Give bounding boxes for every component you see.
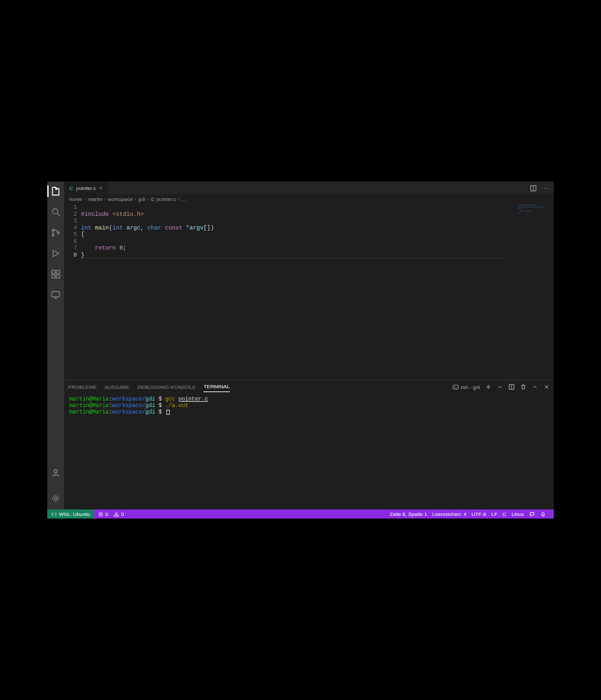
remote-icon (51, 511, 57, 517)
breadcrumb-segment[interactable]: home (69, 196, 82, 202)
breadcrumb-segment[interactable]: workspace (108, 196, 133, 202)
search-icon[interactable] (50, 206, 62, 218)
split-editor-icon[interactable] (530, 185, 537, 192)
breadcrumb-segment[interactable]: martin (88, 196, 102, 202)
breadcrumb-segment[interactable]: gdi (139, 196, 146, 202)
source-control-icon[interactable] (50, 227, 62, 239)
code-token: [] (203, 225, 210, 231)
term-user: martin (69, 396, 89, 402)
c-lang-icon: C (69, 185, 73, 191)
settings-gear-icon[interactable] (50, 493, 62, 504)
svg-rect-8 (52, 292, 60, 297)
term-dollar: $ (155, 396, 165, 402)
term-path: workspace/ (112, 402, 145, 409)
term-cmd: gcc (165, 396, 175, 402)
terminal-output[interactable]: martin@Maria:workspace/gdi $ gcc pointer… (64, 393, 554, 509)
term-host: Maria (93, 402, 109, 409)
status-cursor-pos[interactable]: Zeile 8, Spalte 1 (390, 511, 427, 517)
svg-point-0 (52, 209, 58, 214)
term-user: martin (69, 402, 89, 409)
svg-rect-7 (56, 270, 60, 274)
trash-icon[interactable] (520, 384, 527, 390)
new-terminal-icon[interactable] (485, 384, 492, 390)
line-number: 2 (64, 211, 77, 218)
svg-point-10 (54, 497, 57, 500)
chevron-down-icon[interactable] (497, 384, 503, 390)
svg-rect-4 (52, 270, 55, 274)
status-os[interactable]: Linux (512, 511, 524, 517)
code-area[interactable]: #include <stdio.h> int main(int argc, ch… (81, 204, 554, 380)
term-path: workspace/ (112, 396, 145, 402)
code-token: 0 (116, 245, 123, 251)
status-warnings[interactable]: 0 (113, 511, 124, 517)
code-token: const (161, 225, 182, 231)
warning-icon (113, 511, 119, 517)
status-language[interactable]: C (503, 511, 506, 517)
code-token: char (148, 225, 162, 231)
line-number: 5 (64, 231, 77, 239)
status-bell-icon[interactable] (540, 511, 546, 517)
breadcrumb-tail[interactable]: ... (182, 196, 187, 202)
code-token: argc (123, 225, 141, 231)
code-token (81, 245, 95, 251)
explorer-icon[interactable] (50, 185, 62, 197)
tab-actions: ··· (526, 181, 554, 194)
svg-rect-5 (52, 275, 55, 278)
terminal-selector[interactable]: zsh - gdi (453, 384, 480, 390)
code-token: main (91, 225, 109, 231)
bottom-panel: PROBLEME AUSGABE DEBUGGING-KONSOLE TERMI… (64, 380, 554, 509)
code-token: int (81, 225, 91, 231)
line-number: 4 (64, 225, 77, 232)
tab-bar: C pointer.c × ··· (64, 181, 554, 194)
status-feedback-icon[interactable] (529, 511, 535, 517)
term-host: Maria (93, 396, 109, 402)
minimap[interactable] (515, 204, 554, 380)
panel-tab-terminal[interactable]: TERMINAL (203, 382, 229, 392)
status-eol[interactable]: LF (492, 511, 497, 517)
editor-tab[interactable]: C pointer.c × (64, 181, 108, 194)
breadcrumb[interactable]: home› martin› workspace› gdi› C pointer.… (64, 194, 554, 204)
debug-icon[interactable] (50, 248, 62, 259)
panel-tab-ausgabe[interactable]: AUSGABE (104, 382, 130, 392)
code-token: } (81, 252, 84, 259)
term-host: Maria (93, 409, 109, 415)
error-count: 0 (106, 511, 108, 517)
code-token: int (113, 225, 123, 231)
term-cmd: ./a.out (165, 402, 188, 409)
svg-rect-12 (453, 385, 458, 389)
panel-tab-debugkonsole[interactable]: DEBUGGING-KONSOLE (137, 382, 196, 392)
code-token: <stdio.h> (109, 211, 144, 218)
terminal-icon (453, 384, 459, 390)
code-token: #include (81, 211, 109, 218)
status-bar: WSL: Ubuntu 0 0 Zeile 8, Spalte 1 Leerze… (47, 509, 554, 519)
code-token: * (183, 225, 190, 231)
panel-tab-probleme[interactable]: PROBLEME (68, 382, 96, 392)
activity-bar (47, 181, 64, 509)
status-encoding[interactable]: UTF-8 (471, 511, 486, 517)
extensions-icon[interactable] (50, 268, 62, 280)
code-token: return (95, 245, 116, 251)
code-token: ; (123, 245, 126, 251)
chevron-up-icon[interactable] (532, 384, 538, 390)
term-dollar: $ (155, 402, 165, 409)
line-number: 8 (64, 252, 77, 259)
status-errors[interactable]: 0 (98, 511, 108, 517)
term-dollar: $ (155, 409, 165, 415)
account-icon[interactable] (50, 467, 62, 478)
remote-explorer-icon[interactable] (50, 289, 62, 301)
line-number: 3 (64, 218, 77, 225)
tab-filename: pointer.c (76, 185, 96, 191)
close-icon[interactable]: × (99, 185, 102, 191)
breadcrumb-file[interactable]: pointer.c (157, 196, 176, 202)
term-user: martin (69, 409, 89, 415)
status-indent[interactable]: Leerzeichen: 4 (433, 511, 466, 517)
editor-column: C pointer.c × ··· home› martin› workspac… (64, 181, 554, 509)
terminal-label: zsh - gdi (460, 384, 480, 390)
more-actions-icon[interactable]: ··· (543, 185, 550, 191)
split-terminal-icon[interactable] (508, 384, 515, 390)
close-panel-icon[interactable] (543, 384, 550, 390)
editor-body[interactable]: 1 2 3 4 5 6 7 8 #include <stdio.h> int m… (64, 204, 554, 380)
code-token: ) (210, 225, 214, 231)
line-number: 1 (64, 204, 77, 211)
remote-indicator[interactable]: WSL: Ubuntu (47, 509, 94, 519)
